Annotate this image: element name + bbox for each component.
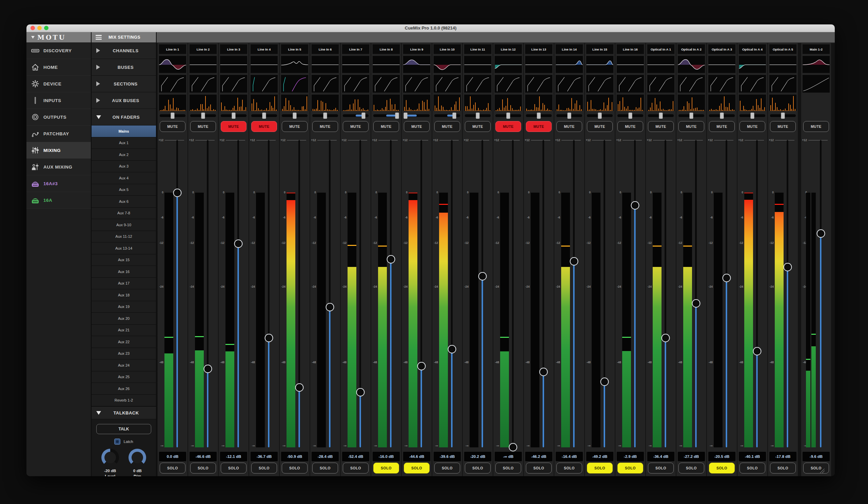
fader-track[interactable]: [573, 140, 575, 448]
solo-button[interactable]: SOLO: [556, 463, 582, 473]
fader-list-item[interactable]: Aux 26: [92, 383, 156, 395]
section-buses[interactable]: BUSES: [92, 59, 156, 76]
section-sections[interactable]: SECTIONS: [92, 76, 156, 92]
mute-button[interactable]: MUTE: [770, 121, 796, 132]
fader-track[interactable]: [298, 140, 300, 448]
fader-knob[interactable]: [570, 257, 578, 266]
eq-curve-display[interactable]: [312, 56, 339, 73]
solo-button[interactable]: SOLO: [251, 463, 277, 473]
fader-knob[interactable]: [204, 364, 212, 373]
minimize-button[interactable]: [37, 26, 42, 30]
eq-curve-display[interactable]: [617, 56, 644, 73]
resize-grip[interactable]: [820, 469, 825, 473]
fader-knob[interactable]: [326, 303, 334, 311]
solo-button[interactable]: SOLO: [373, 463, 399, 473]
fader-track[interactable]: [329, 140, 331, 448]
spectrum-display[interactable]: [373, 95, 400, 111]
dynamics-curve-display[interactable]: [159, 75, 186, 93]
fader-track[interactable]: [820, 140, 822, 448]
fader-list-item[interactable]: Aux 13-14: [92, 243, 156, 254]
mute-button[interactable]: MUTE: [740, 121, 765, 132]
fader-list-item[interactable]: Aux 23: [92, 348, 156, 360]
pan-handle[interactable]: [453, 113, 456, 119]
dynamics-curve-display[interactable]: [464, 75, 491, 93]
mute-button[interactable]: MUTE: [343, 121, 369, 132]
sidebar-item-mixing[interactable]: MIXING: [27, 142, 91, 159]
eq-curve-display[interactable]: [647, 56, 674, 73]
dynamics-curve-display[interactable]: [220, 75, 247, 93]
eq-curve-display[interactable]: [220, 56, 247, 73]
mute-button[interactable]: MUTE: [587, 121, 613, 132]
close-button[interactable]: [31, 26, 35, 30]
dynamics-curve-display[interactable]: [434, 75, 461, 93]
zoom-button[interactable]: [44, 26, 49, 30]
dynamics-curve-display[interactable]: [250, 75, 278, 93]
eq-curve-display[interactable]: [373, 56, 400, 73]
fader-list-item[interactable]: Aux 9-10: [92, 219, 156, 231]
section-aux-buses[interactable]: AUX BUSES: [92, 92, 156, 109]
spectrum-display[interactable]: [250, 95, 278, 111]
talkback-section-header[interactable]: TALKBACK: [92, 406, 156, 419]
fader-track[interactable]: [451, 140, 453, 448]
spectrum-display[interactable]: [220, 95, 247, 111]
pan-handle[interactable]: [323, 113, 327, 119]
fader-list-item[interactable]: Aux 22: [92, 336, 156, 348]
mute-button[interactable]: MUTE: [803, 121, 829, 132]
fader-knob[interactable]: [722, 274, 731, 282]
fader-knob[interactable]: [447, 345, 456, 353]
fader-list-item[interactable]: Aux 16: [92, 266, 156, 278]
eq-curve-display[interactable]: [739, 56, 766, 73]
motu-logo-header[interactable]: MOTU: [27, 32, 91, 42]
pan-handle[interactable]: [568, 113, 571, 119]
fader-track[interactable]: [176, 140, 178, 448]
mute-button[interactable]: MUTE: [679, 121, 704, 132]
fader-list-item[interactable]: Aux 20: [92, 313, 156, 325]
mute-button[interactable]: MUTE: [709, 121, 735, 132]
spectrum-display[interactable]: [312, 95, 339, 111]
mute-button[interactable]: MUTE: [221, 121, 247, 132]
mute-button[interactable]: MUTE: [618, 121, 643, 132]
dynamics-curve-display[interactable]: [342, 75, 369, 93]
dynamics-curve-display[interactable]: [373, 75, 400, 93]
dynamics-curve-display[interactable]: [556, 75, 583, 93]
dynamics-curve-display[interactable]: [312, 75, 339, 93]
fader-knob[interactable]: [692, 299, 700, 308]
fader-list-item[interactable]: Reverb 1-2: [92, 395, 156, 407]
solo-button[interactable]: SOLO: [465, 463, 490, 473]
spectrum-display[interactable]: [159, 95, 186, 111]
mute-button[interactable]: MUTE: [190, 121, 216, 132]
eq-curve-display[interactable]: [403, 56, 430, 73]
solo-button[interactable]: SOLO: [282, 463, 308, 473]
eq-curve-display[interactable]: [678, 56, 705, 73]
spectrum-display[interactable]: [678, 95, 705, 111]
pan-handle[interactable]: [537, 113, 541, 119]
fader-track[interactable]: [756, 140, 758, 448]
fader-knob[interactable]: [631, 201, 639, 209]
spectrum-display[interactable]: [617, 95, 644, 111]
fader-track[interactable]: [787, 140, 788, 448]
dynamics-curve-display[interactable]: [586, 75, 613, 93]
spectrum-display[interactable]: [434, 95, 461, 111]
fader-list-item[interactable]: Aux 24: [92, 360, 156, 371]
solo-button[interactable]: SOLO: [343, 463, 369, 473]
fader-track[interactable]: [634, 140, 636, 448]
fader-list-item[interactable]: Aux 18: [92, 289, 156, 301]
fader-track[interactable]: [695, 140, 697, 448]
fader-list-item[interactable]: Aux 6: [92, 196, 156, 208]
eq-curve-display[interactable]: [769, 56, 796, 73]
sidebar-item-patchbay[interactable]: PATCHBAY: [27, 125, 91, 142]
pan-handle[interactable]: [361, 113, 365, 119]
mute-button[interactable]: MUTE: [160, 121, 185, 132]
solo-button[interactable]: SOLO: [312, 463, 338, 473]
solo-button[interactable]: SOLO: [803, 463, 829, 473]
fader-list-item[interactable]: Aux 1: [92, 137, 156, 149]
fader-knob[interactable]: [539, 368, 548, 376]
dynamics-curve-display[interactable]: [678, 75, 705, 93]
fader-track[interactable]: [207, 140, 208, 448]
dynamics-curve-display[interactable]: [281, 75, 308, 93]
solo-button[interactable]: SOLO: [587, 463, 613, 473]
eq-curve-display[interactable]: [281, 56, 308, 73]
mute-button[interactable]: MUTE: [251, 121, 277, 132]
solo-button[interactable]: SOLO: [221, 463, 247, 473]
eq-curve-display[interactable]: [708, 56, 735, 73]
